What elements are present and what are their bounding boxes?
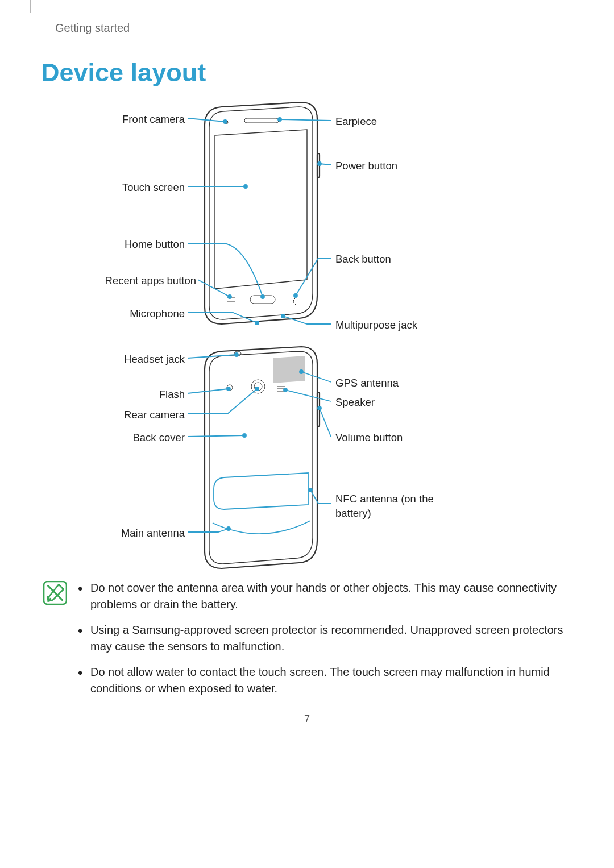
svg-line-35: [320, 408, 331, 437]
label-home-button: Home button: [74, 238, 185, 252]
label-volume-button: Volume button: [335, 431, 403, 445]
svg-line-31: [301, 372, 331, 382]
svg-point-30: [227, 527, 230, 530]
note-icon: [43, 581, 67, 605]
label-touch-screen: Touch screen: [74, 181, 185, 195]
svg-line-12: [280, 119, 331, 121]
label-nfc-antenna: NFC antenna (on the battery): [335, 492, 455, 521]
label-front-camera: Front camera: [74, 113, 185, 127]
svg-point-15: [318, 162, 321, 165]
notes-block: Do not cover the antenna area with your …: [77, 580, 571, 706]
svg-point-10: [228, 295, 231, 298]
svg-point-17: [281, 314, 285, 318]
label-power-button: Power button: [335, 159, 397, 173]
svg-line-25: [188, 389, 229, 393]
svg-point-16: [294, 294, 297, 297]
page-number: 7: [0, 713, 614, 725]
label-gps-antenna: GPS antenna: [335, 376, 399, 391]
label-main-antenna: Main antenna: [74, 526, 185, 541]
label-multi-jack: Multipurpose jack: [335, 318, 417, 333]
label-rear-camera: Rear camera: [74, 408, 185, 422]
svg-line-33: [285, 390, 331, 401]
svg-point-32: [300, 370, 303, 373]
svg-line-28: [188, 435, 244, 437]
svg-line-9: [198, 280, 230, 297]
label-microphone: Microphone: [74, 307, 185, 321]
label-back-cover: Back cover: [74, 431, 185, 445]
page-top-mark: [30, 0, 31, 13]
svg-point-26: [227, 387, 230, 391]
svg-line-23: [188, 355, 237, 358]
label-back-button: Back button: [335, 252, 391, 267]
svg-point-27: [255, 387, 259, 391]
svg-rect-1: [244, 118, 279, 123]
svg-point-11: [255, 321, 259, 325]
note-item: Using a Samsung-approved screen protecto…: [90, 622, 571, 655]
svg-point-8: [261, 295, 264, 298]
svg-point-24: [235, 353, 238, 356]
svg-point-34: [284, 388, 287, 392]
svg-line-4: [188, 118, 225, 122]
label-flash: Flash: [74, 388, 185, 402]
svg-point-13: [278, 118, 281, 121]
svg-point-36: [318, 406, 321, 410]
diagram-svg: [0, 97, 614, 574]
note-item: Do not allow water to contact the touch …: [90, 664, 571, 697]
svg-point-7: [244, 185, 247, 188]
svg-point-5: [223, 120, 227, 123]
label-headset-jack: Headset jack: [74, 352, 185, 367]
device-layout-diagram: Front camera Touch screen Home button Re…: [0, 97, 614, 574]
svg-point-29: [243, 434, 246, 437]
svg-point-37: [309, 488, 312, 492]
note-item: Do not cover the antenna area with your …: [90, 580, 571, 613]
label-recent-apps: Recent apps button: [74, 274, 196, 288]
running-head: Getting started: [55, 22, 130, 35]
page-title: Device layout: [41, 58, 206, 88]
label-speaker: Speaker: [335, 396, 375, 410]
label-earpiece: Earpiece: [335, 115, 377, 129]
